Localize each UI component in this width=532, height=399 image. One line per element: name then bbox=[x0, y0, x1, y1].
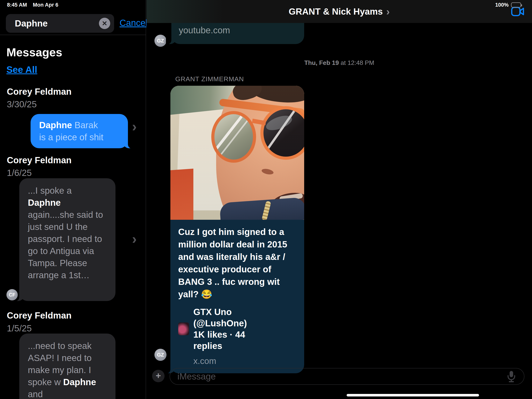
clock: 8:45 AM bbox=[7, 2, 27, 8]
result-sender-name: Corey Feldman bbox=[7, 310, 71, 321]
status-bar-right: 100% bbox=[495, 2, 521, 8]
link-preview-photo bbox=[170, 86, 304, 220]
bubble-text: again....she said to just send U the pas… bbox=[28, 210, 103, 280]
tweet-author-thumbnail bbox=[178, 322, 189, 335]
timestamp-time: at 12:48 PM bbox=[339, 59, 374, 66]
imessage-input[interactable] bbox=[170, 368, 524, 385]
dictation-mic-icon[interactable] bbox=[507, 371, 516, 383]
battery-percent: 100% bbox=[495, 2, 509, 8]
search-sidebar: 8:45 AMMon Apr 6 Daphne ✕ Cancel Message… bbox=[0, 0, 146, 399]
result-date: 3/30/25 bbox=[7, 99, 37, 109]
result-sender-name: Corey Feldman bbox=[7, 155, 71, 165]
match-highlight: Daphne bbox=[28, 198, 61, 208]
link-preview-info: Cuz I got him signed to a million dollar… bbox=[170, 220, 304, 373]
result-date: 1/6/25 bbox=[7, 167, 32, 178]
status-date: Mon Apr 6 bbox=[33, 2, 58, 8]
bubble-text: is a piece of shit bbox=[39, 132, 103, 142]
match-highlight: Daphne bbox=[63, 377, 96, 387]
see-all-link[interactable]: See All bbox=[6, 64, 37, 75]
tweet-author: GTX Uno (@LushOne) bbox=[193, 307, 247, 328]
status-bar-left: 8:45 AMMon Apr 6 bbox=[7, 2, 58, 8]
conversation-title: GRANT & Nick Hyams bbox=[289, 6, 383, 17]
message-timestamp: Thu, Feb 19 at 12:48 PM bbox=[146, 59, 532, 66]
tweet-stats: 1K likes · 44 replies bbox=[193, 329, 245, 351]
search-result-bubble[interactable]: ...I spoke a Daphne again....she said to… bbox=[19, 178, 115, 301]
sender-name-label: GRANT ZIMMERMAN bbox=[175, 75, 244, 83]
photo-tint-overlay bbox=[170, 86, 304, 220]
avatar: CF bbox=[6, 289, 18, 300]
add-attachment-button[interactable]: + bbox=[152, 370, 165, 382]
search-result-bubble[interactable]: Daphne Barakis a piece of shit bbox=[31, 114, 128, 148]
search-input[interactable]: Daphne ✕ bbox=[6, 14, 114, 33]
search-value: Daphne bbox=[15, 14, 48, 33]
bubble-text: youtube.com bbox=[179, 25, 230, 35]
bubble-text: Barak bbox=[72, 120, 98, 130]
clear-search-icon[interactable]: ✕ bbox=[99, 18, 110, 29]
result-sender-name: Corey Feldman bbox=[7, 86, 71, 97]
conversation-pane: GZ youtube.com GRANT & Nick Hyams › 100%… bbox=[146, 0, 532, 399]
divider bbox=[0, 35, 146, 35]
tweet-caption: Cuz I got him signed to a million dollar… bbox=[178, 225, 296, 300]
timestamp-day: Thu, Feb 19 bbox=[304, 59, 339, 66]
avatar: GZ bbox=[154, 35, 166, 47]
avatar: GZ bbox=[154, 349, 166, 361]
battery-icon bbox=[511, 2, 521, 8]
search-result-bubble[interactable]: ...need to speak ASAP! I need to make my… bbox=[19, 334, 115, 399]
result-date: 1/5/25 bbox=[7, 323, 32, 334]
conversation-header[interactable]: GRANT & Nick Hyams › bbox=[146, 0, 532, 23]
link-domain: x.com bbox=[193, 356, 296, 366]
chevron-right-icon[interactable]: › bbox=[132, 118, 137, 135]
link-preview-card[interactable]: Cuz I got him signed to a million dollar… bbox=[170, 86, 304, 373]
home-indicator[interactable] bbox=[347, 394, 479, 396]
chevron-right-icon: › bbox=[386, 6, 390, 18]
bubble-text: and bbox=[28, 389, 43, 399]
chevron-right-icon[interactable]: › bbox=[132, 231, 137, 247]
tweet-author-row: GTX Uno (@LushOne) 1K likes · 44 replies bbox=[178, 306, 296, 351]
cancel-button[interactable]: Cancel bbox=[120, 18, 147, 28]
bubble-text: ...I spoke a bbox=[28, 186, 72, 196]
messages-section-title: Messages bbox=[6, 45, 62, 59]
match-highlight: Daphne bbox=[39, 120, 72, 130]
